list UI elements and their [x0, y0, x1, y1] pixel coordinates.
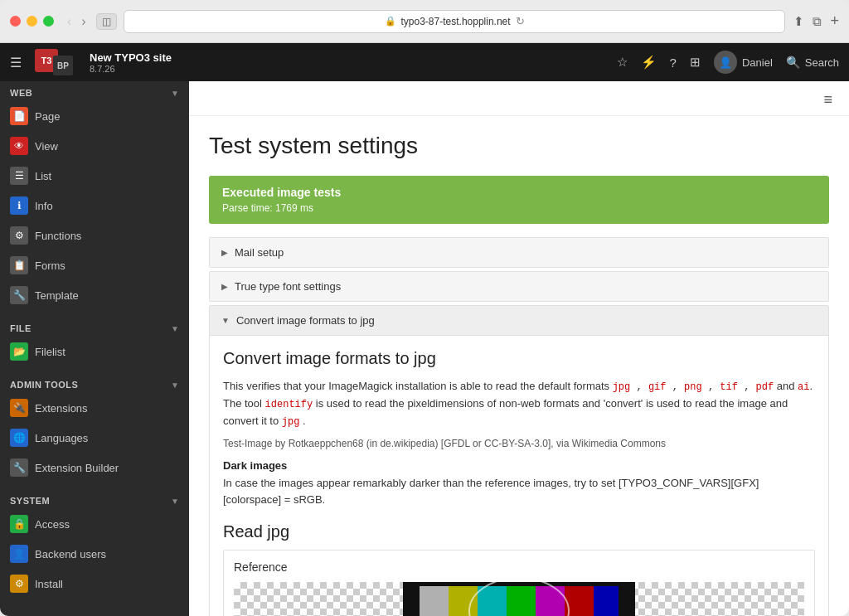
- user-menu[interactable]: 👤 Daniel: [714, 51, 773, 74]
- accordion-convert-header[interactable]: ▼ Convert image formats to jpg: [210, 306, 828, 335]
- file-section-label: FILE: [10, 323, 32, 333]
- file-chevron-icon: ▼: [171, 324, 179, 333]
- color-bars-image: [403, 582, 635, 616]
- sidebar-item-backend-users[interactable]: 👤 Backend users: [0, 539, 189, 569]
- format-gif: gif: [643, 381, 667, 393]
- accordion-convert-image: ▼ Convert image formats to jpg Convert i…: [209, 305, 829, 616]
- convert-text-end: .: [299, 415, 305, 427]
- sidebar-item-extensions[interactable]: 🔌 Extensions: [0, 393, 189, 423]
- filelist-icon: 📂: [10, 342, 28, 361]
- convert-text-mid: and: [774, 380, 798, 392]
- sidebar-item-install[interactable]: ⚙ Install: [0, 569, 189, 599]
- svg-rect-7: [594, 586, 619, 616]
- sidebar-item-page[interactable]: 📄 Page: [0, 101, 189, 131]
- sidebar-item-functions[interactable]: ⚙ Functions: [0, 221, 189, 250]
- mac-traffic-lights: [10, 16, 54, 27]
- forward-button[interactable]: ›: [78, 12, 89, 31]
- accordion-font-header[interactable]: ▶ True type font settings: [210, 272, 828, 301]
- svg-rect-1: [420, 586, 449, 616]
- content-header: ≡: [189, 81, 849, 116]
- read-jpg-title: Read jpg: [223, 522, 815, 541]
- credit-text: Test-Image by Rotkaeppchen68 (in de.wiki…: [223, 438, 815, 449]
- list-icon: ☰: [10, 167, 28, 185]
- web-chevron-icon: ▼: [171, 89, 179, 98]
- convert-image-label: Convert image formats to jpg: [236, 314, 375, 327]
- languages-icon: 🌐: [10, 429, 28, 447]
- sidebar-item-access[interactable]: 🔒 Access: [0, 509, 189, 539]
- accordion-mail-setup: ▶ Mail setup: [209, 237, 829, 268]
- system-section-label: SYSTEM: [10, 496, 50, 506]
- add-button[interactable]: +: [830, 12, 839, 30]
- hamburger-menu[interactable]: ☰: [10, 55, 22, 70]
- close-button[interactable]: [10, 16, 21, 27]
- filelist-label: Filelist: [35, 346, 65, 358]
- convert-description: This verifies that your ImageMagick inst…: [223, 378, 815, 431]
- format-pdf: pdf: [750, 381, 774, 393]
- lock-icon: 🔒: [385, 16, 396, 27]
- sidebar-item-ext-builder[interactable]: 🔧 Extension Builder: [0, 453, 189, 483]
- browser-toolbar: ⬆ ⧉ +: [793, 12, 839, 30]
- page-label: Page: [35, 110, 60, 123]
- site-name: New TYPO3 site: [90, 51, 172, 64]
- format-comma2: ,: [667, 381, 678, 393]
- new-tab-button[interactable]: ⧉: [813, 14, 822, 29]
- svg-rect-5: [536, 586, 565, 616]
- mac-window-chrome: ‹ › ◫ 🔒 typo3-87-test.hopplin.net ↻ ⬆ ⧉ …: [0, 0, 849, 43]
- dark-images-text: In case the images appear remarkably dar…: [223, 475, 815, 510]
- format-comma1: ,: [630, 381, 642, 393]
- access-label: Access: [35, 518, 70, 531]
- svg-rect-2: [449, 586, 478, 616]
- address-text: typo3-87-test.hopplin.net: [401, 16, 511, 27]
- admin-section-header: ADMIN TOOLS ▼: [0, 373, 189, 393]
- site-info: New TYPO3 site 8.7.26: [90, 51, 172, 74]
- extensions-icon: 🔌: [10, 399, 28, 417]
- reference-label: Reference: [234, 560, 804, 574]
- tab-button[interactable]: ◫: [96, 13, 117, 30]
- help-icon[interactable]: ?: [670, 56, 677, 70]
- success-box: Executed image tests Parse time: 1769 ms: [209, 176, 829, 224]
- sidebar-item-info[interactable]: ℹ Info: [0, 191, 189, 221]
- admin-section-label: ADMIN TOOLS: [10, 380, 78, 390]
- extensions-label: Extensions: [35, 402, 88, 415]
- forms-icon: 📋: [10, 256, 28, 274]
- web-section-label: WEB: [10, 88, 32, 98]
- success-sub: Parse time: 1769 ms: [222, 202, 816, 214]
- maximize-button[interactable]: [43, 16, 54, 27]
- file-section-header: FILE ▼: [0, 317, 189, 337]
- template-icon: 🔧: [10, 286, 28, 304]
- back-button[interactable]: ‹: [64, 12, 75, 31]
- bookmark-icon[interactable]: ☆: [617, 55, 628, 70]
- share-button[interactable]: ⬆: [793, 14, 804, 29]
- color-bars-svg: [403, 582, 635, 616]
- sidebar-item-languages[interactable]: 🌐 Languages: [0, 423, 189, 453]
- dark-images-label: Dark images: [223, 459, 815, 472]
- bp-badge: BP: [53, 56, 73, 75]
- address-bar[interactable]: 🔒 typo3-87-test.hopplin.net ↻: [124, 10, 786, 33]
- content-menu-button[interactable]: ≡: [820, 91, 836, 115]
- view-label: View: [35, 140, 58, 153]
- content-area: ≡ Test system settings Executed image te…: [189, 81, 849, 616]
- lightning-icon[interactable]: ⚡: [641, 55, 657, 70]
- info-icon: ℹ: [10, 196, 28, 215]
- minimize-button[interactable]: [27, 16, 37, 27]
- access-icon: 🔒: [10, 515, 28, 533]
- svg-rect-3: [478, 586, 507, 616]
- font-arrow-icon: ▶: [221, 282, 228, 291]
- install-label: Install: [35, 578, 63, 590]
- sidebar-item-template[interactable]: 🔧 Template: [0, 280, 189, 310]
- tool-identify: identify: [265, 399, 313, 410]
- accordion-mail-header[interactable]: ▶ Mail setup: [210, 238, 828, 267]
- sidebar-item-list[interactable]: ☰ List: [0, 161, 189, 191]
- sidebar-item-forms[interactable]: 📋 Forms: [0, 250, 189, 280]
- sidebar-item-view[interactable]: 👁 View: [0, 131, 189, 161]
- search-button[interactable]: 🔍 Search: [786, 56, 839, 69]
- sidebar-item-filelist[interactable]: 📂 Filelist: [0, 337, 189, 366]
- ext-builder-label: Extension Builder: [35, 462, 119, 474]
- mail-arrow-icon: ▶: [221, 248, 228, 257]
- reference-box: Reference: [223, 550, 815, 616]
- format-comma3: ,: [702, 381, 714, 393]
- grid-icon[interactable]: ⊞: [690, 55, 701, 70]
- search-icon: 🔍: [786, 56, 800, 69]
- app-window: ☰ T3 BP New TYPO3 site 8.7.26 ☆ ⚡ ? ⊞ 👤 …: [0, 43, 849, 616]
- topbar: ☰ T3 BP New TYPO3 site 8.7.26 ☆ ⚡ ? ⊞ 👤 …: [0, 43, 849, 81]
